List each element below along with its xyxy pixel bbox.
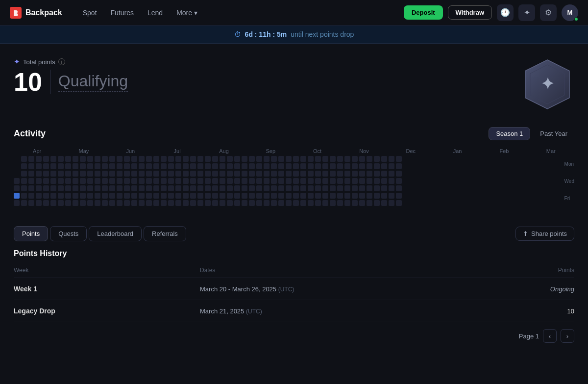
heatmap-cell[interactable] xyxy=(146,185,152,191)
heatmap-cell[interactable] xyxy=(212,178,218,184)
heatmap-cell[interactable] xyxy=(344,178,350,184)
heatmap-cell[interactable] xyxy=(315,193,321,199)
heatmap-cell[interactable] xyxy=(28,171,34,177)
heatmap-cell[interactable] xyxy=(242,200,247,206)
heatmap-cell[interactable] xyxy=(168,178,174,184)
heatmap-cell[interactable] xyxy=(175,185,181,191)
heatmap-cell[interactable] xyxy=(28,156,34,162)
heatmap-cell[interactable] xyxy=(220,178,225,184)
heatmap-cell[interactable] xyxy=(220,185,225,191)
heatmap-cell[interactable] xyxy=(102,185,108,191)
heatmap-cell[interactable] xyxy=(271,171,277,177)
heatmap-cell[interactable] xyxy=(28,178,34,184)
heatmap-cell[interactable] xyxy=(242,193,247,199)
heatmap-cell[interactable] xyxy=(300,200,306,206)
heatmap-cell[interactable] xyxy=(117,163,122,169)
heatmap-cell[interactable] xyxy=(161,156,167,162)
heatmap-cell[interactable] xyxy=(396,163,402,169)
heatmap-cell[interactable] xyxy=(234,178,240,184)
heatmap-cell[interactable] xyxy=(175,193,181,199)
heatmap-cell[interactable] xyxy=(161,163,167,169)
heatmap-cell[interactable] xyxy=(168,193,174,199)
heatmap-cell[interactable] xyxy=(50,156,56,162)
heatmap-cell[interactable] xyxy=(36,193,42,199)
heatmap-cell[interactable] xyxy=(87,156,93,162)
heatmap-cell[interactable] xyxy=(389,163,394,169)
heatmap-cell[interactable] xyxy=(95,178,100,184)
heatmap-cell[interactable] xyxy=(220,163,225,169)
heatmap-cell[interactable] xyxy=(80,163,86,169)
heatmap-cell[interactable] xyxy=(102,156,108,162)
heatmap-cell[interactable] xyxy=(95,185,100,191)
filter-season-button[interactable]: Season 1 xyxy=(489,127,530,140)
heatmap-cell[interactable] xyxy=(117,156,122,162)
heatmap-cell[interactable] xyxy=(80,185,86,191)
heatmap-cell[interactable] xyxy=(58,178,64,184)
app-logo[interactable]: Backpack xyxy=(10,7,62,19)
heatmap-cell[interactable] xyxy=(190,200,196,206)
heatmap-cell[interactable] xyxy=(102,193,108,199)
heatmap-cell[interactable] xyxy=(234,171,240,177)
heatmap-cell[interactable] xyxy=(212,163,218,169)
heatmap-cell[interactable] xyxy=(153,200,159,206)
heatmap-cell[interactable] xyxy=(300,156,306,162)
heatmap-cell[interactable] xyxy=(43,171,49,177)
heatmap-cell[interactable] xyxy=(87,163,93,169)
heatmap-cell[interactable] xyxy=(322,171,328,177)
heatmap-cell[interactable] xyxy=(153,185,159,191)
nav-lend[interactable]: Lend xyxy=(142,6,169,20)
heatmap-cell[interactable] xyxy=(21,200,27,206)
heatmap-cell[interactable] xyxy=(50,171,56,177)
heatmap-cell[interactable] xyxy=(322,178,328,184)
heatmap-cell[interactable] xyxy=(293,178,299,184)
heatmap-cell[interactable] xyxy=(264,178,270,184)
heatmap-cell[interactable] xyxy=(293,185,299,191)
heatmap-cell[interactable] xyxy=(28,163,34,169)
heatmap-cell[interactable] xyxy=(300,185,306,191)
heatmap-cell[interactable] xyxy=(183,156,189,162)
heatmap-cell[interactable] xyxy=(161,185,167,191)
heatmap-cell[interactable] xyxy=(124,178,130,184)
heatmap-cell[interactable] xyxy=(308,178,314,184)
heatmap-cell[interactable] xyxy=(278,200,284,206)
heatmap-cell[interactable] xyxy=(337,156,343,162)
heatmap-cell[interactable] xyxy=(168,185,174,191)
heatmap-cell[interactable] xyxy=(161,171,167,177)
heatmap-cell[interactable] xyxy=(249,178,255,184)
heatmap-cell[interactable] xyxy=(95,163,100,169)
heatmap-cell[interactable] xyxy=(102,200,108,206)
heatmap-cell[interactable] xyxy=(146,156,152,162)
heatmap-cell[interactable] xyxy=(359,185,365,191)
info-icon[interactable]: i xyxy=(58,58,65,65)
heatmap-cell[interactable] xyxy=(117,193,122,199)
heatmap-cell[interactable] xyxy=(117,200,122,206)
heatmap-cell[interactable] xyxy=(367,178,372,184)
heatmap-cell[interactable] xyxy=(14,171,20,177)
heatmap-cell[interactable] xyxy=(220,171,225,177)
heatmap-cell[interactable] xyxy=(175,178,181,184)
heatmap-cell[interactable] xyxy=(278,171,284,177)
heatmap-cell[interactable] xyxy=(389,200,394,206)
heatmap-cell[interactable] xyxy=(234,193,240,199)
heatmap-cell[interactable] xyxy=(278,178,284,184)
heatmap-cell[interactable] xyxy=(344,163,350,169)
heatmap-cell[interactable] xyxy=(249,163,255,169)
heatmap-cell[interactable] xyxy=(50,185,56,191)
heatmap-cell[interactable] xyxy=(286,200,292,206)
heatmap-cell[interactable] xyxy=(50,193,56,199)
heatmap-cell[interactable] xyxy=(205,156,211,162)
heatmap-cell[interactable] xyxy=(161,193,167,199)
heatmap-cell[interactable] xyxy=(80,193,86,199)
heatmap-cell[interactable] xyxy=(249,171,255,177)
heatmap-cell[interactable] xyxy=(344,171,350,177)
heatmap-cell[interactable] xyxy=(65,171,71,177)
heatmap-cell[interactable] xyxy=(139,163,145,169)
heatmap-cell[interactable] xyxy=(117,178,122,184)
heatmap-cell[interactable] xyxy=(139,171,145,177)
nav-futures[interactable]: Futures xyxy=(105,6,140,20)
heatmap-cell[interactable] xyxy=(337,171,343,177)
heatmap-cell[interactable] xyxy=(197,200,203,206)
heatmap-cell[interactable] xyxy=(264,200,270,206)
heatmap-cell[interactable] xyxy=(87,171,93,177)
heatmap-cell[interactable] xyxy=(50,200,56,206)
